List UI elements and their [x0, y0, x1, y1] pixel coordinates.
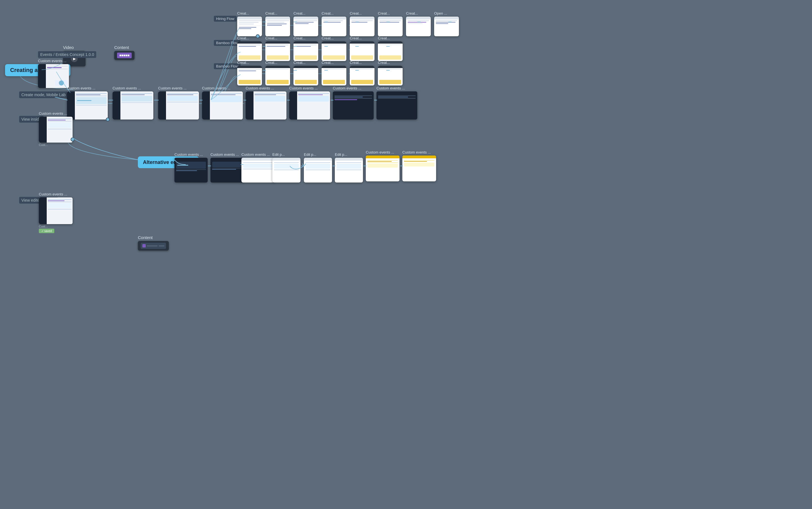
dot-right-inside	[71, 137, 74, 141]
label-create-mode: Create mode, Mobile Lab	[19, 91, 68, 98]
node-events-entities: Events / Entities Concept 1.0.0 Custom e…	[38, 51, 96, 88]
node-hiring-2: Creat...	[265, 11, 290, 36]
node-alt-2: Custom events ...	[210, 152, 243, 182]
node-edit-2: Edit p...	[304, 152, 332, 182]
node-custom-8: Custom events ...	[377, 86, 417, 120]
node-custom-7: Custom events ...	[333, 86, 373, 120]
node-hiring-3: Creat...	[293, 11, 318, 36]
node-custom-4: Custom events ...	[202, 86, 243, 120]
node-view-inside-card: Custom events ... Cust...	[39, 111, 73, 146]
content-button[interactable]: ■■■■■	[117, 53, 132, 58]
node-bamboo2-5: Creat...	[350, 61, 375, 86]
section-hiring-label: Hiring Flow	[214, 16, 237, 22]
node-bamboo1-6: Creat...	[378, 36, 402, 61]
node-hiring-5: Creat...	[350, 11, 375, 36]
node-content-top: Content ■■■■■	[114, 45, 134, 60]
node-bamboo2-1: Creat...	[237, 61, 262, 86]
node-hiring-open: Open ...	[434, 11, 459, 36]
node-bamboo2-4: Creat...	[322, 61, 346, 86]
node-hiring-1: Creat...	[237, 11, 262, 36]
node-bamboo1-4: Creat...	[322, 36, 346, 61]
connectors-layer	[0, 0, 812, 509]
node-bamboo2-6: Creat...	[378, 61, 402, 86]
node-custom-yellow-2: Custom events ...	[402, 150, 436, 181]
node-hiring-7: Creat...	[406, 11, 431, 36]
node-custom-1: Custom events ...	[67, 86, 108, 120]
node-content-bottom: Content	[138, 235, 169, 250]
node-custom-3: Custom events ...	[158, 86, 199, 120]
node-view-edited-card: Custom events ... Cust... ✓ saved	[39, 192, 73, 233]
section-bamboo1-label: Bamboo Flow	[214, 40, 240, 46]
node-bamboo2-2: Creat...	[265, 61, 290, 86]
node-alt-1: Custom events ...	[174, 152, 208, 182]
node-edit-1: Edit p...	[272, 152, 300, 182]
node-hiring-6: Creat...	[378, 11, 402, 36]
flow-canvas: Hiring Flow Bamboo Flow Bamboo Flow Crea…	[0, 0, 812, 509]
node-bamboo1-1: Creat...	[237, 36, 262, 61]
extra-connectors	[0, 0, 812, 509]
node-custom-6: Custom events ...	[289, 86, 330, 120]
node-alt-3: Custom events ...	[241, 152, 274, 182]
node-custom-2: Custom events ...	[112, 86, 153, 120]
node-bamboo1-5: Creat...	[350, 36, 375, 61]
node-custom-yellow-1: Custom events ...	[366, 150, 399, 181]
node-hiring-4: Creat...	[322, 11, 346, 36]
node-bamboo1-2: Creat...	[265, 36, 290, 61]
node-edit-3: Edit p...	[335, 152, 363, 182]
node-custom-5: Custom events ...	[246, 86, 286, 120]
status-badge-green: ✓ saved	[39, 229, 54, 233]
node-bamboo2-3: Creat...	[293, 61, 318, 86]
node-bamboo1-3: Creat...	[293, 36, 318, 61]
section-bamboo2-label: Bamboo Flow	[214, 63, 240, 69]
